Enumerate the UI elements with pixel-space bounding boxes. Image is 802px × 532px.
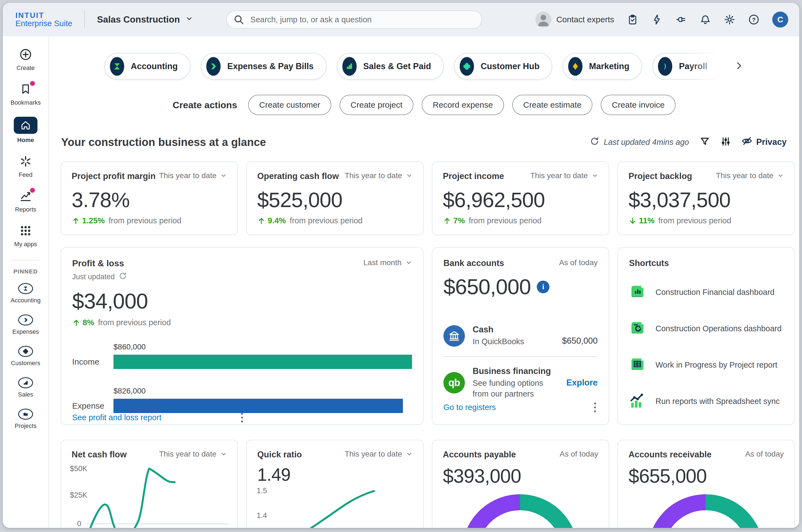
kpi-value: $6,962,500 [443, 188, 598, 212]
cash-account-row[interactable]: Cash In QuickBooks $650,000 [443, 325, 598, 347]
customize-sliders-icon[interactable] [721, 136, 731, 148]
sidebar-label: Bookmarks [11, 99, 41, 106]
brand-line1: INTUIT [15, 12, 72, 19]
quick-actions-bolt-icon[interactable] [651, 14, 663, 25]
sidebar-pinned-projects[interactable]: Projects [15, 408, 36, 430]
sidebar-label: Create [17, 64, 35, 72]
kebab-menu-icon[interactable] [240, 411, 245, 424]
period-selector[interactable]: This year to date [159, 171, 227, 180]
sidebar-pinned-sales[interactable]: Sales [18, 377, 33, 398]
expense-bar-value: $826,000 [113, 386, 412, 395]
refresh-icon[interactable] [590, 137, 599, 148]
expert-avatar [535, 12, 551, 27]
home-icon [14, 117, 37, 134]
kpi-card-project-backlog: Project backlog This year to date $3,037… [617, 162, 795, 235]
as-of-label: As of today [560, 450, 598, 458]
delta-suffix: from previous period [109, 216, 181, 225]
shortcut-spreadsheet-sync[interactable]: Run reports with Spreadsheet sync [629, 392, 783, 410]
topbar-actions: Contact experts ? C [535, 12, 799, 27]
notification-dot [30, 188, 35, 193]
accounting-bowtie-icon [110, 57, 124, 76]
company-selector[interactable]: Salas Construction [97, 14, 193, 25]
contact-experts-label: Contact experts [556, 15, 614, 24]
period-value: This year to date [345, 171, 402, 180]
notifications-bell-icon[interactable] [700, 14, 711, 25]
chip-accounting[interactable]: Accounting [104, 53, 191, 80]
period-selector[interactable]: This year to date [345, 171, 413, 180]
sidebar-item-my-apps[interactable]: My apps [14, 224, 37, 248]
shortcut-operations-dashboard[interactable]: Construction Operations dashboard [629, 319, 783, 338]
just-updated-text: Just updated [72, 272, 115, 281]
arrow-up-icon [72, 217, 80, 225]
sidebar-item-home[interactable]: Home [14, 117, 37, 144]
chip-expenses-pay-bills[interactable]: Expenses & Pay Bills [201, 53, 326, 80]
create-project-button[interactable]: Create project [340, 95, 414, 115]
sidebar-label: Reports [15, 206, 36, 213]
user-avatar[interactable]: C [772, 12, 788, 27]
create-invoice-button[interactable]: Create invoice [601, 95, 675, 115]
sidebar-pinned-accounting[interactable]: Accounting [11, 283, 41, 304]
module-chips-row: Accounting Expenses & Pay Bills Sales & … [49, 53, 799, 80]
card-title: Accounts payable [443, 450, 516, 460]
sidebar-item-create[interactable]: Create [17, 48, 35, 72]
period-selector[interactable]: This year to date [716, 171, 784, 180]
chevron-down-icon [406, 172, 413, 179]
go-to-registers-link[interactable]: Go to registers [443, 403, 496, 412]
create-actions-label: Create actions [173, 100, 237, 110]
explore-link[interactable]: Explore [566, 378, 598, 388]
filter-funnel-icon[interactable] [700, 136, 710, 148]
period-selector[interactable]: This year to date [530, 171, 598, 180]
sidebar-label: My apps [14, 241, 37, 248]
tasks-clipboard-icon[interactable] [627, 14, 638, 25]
marketing-diamond-icon [568, 57, 583, 76]
period-selector[interactable]: This year to date [345, 450, 413, 458]
create-customer-button[interactable]: Create customer [248, 95, 331, 115]
chip-marketing[interactable]: Marketing [563, 53, 642, 80]
arrow-down-icon [629, 217, 637, 225]
record-expense-button[interactable]: Record expense [422, 95, 504, 115]
apps-grid-icon [18, 224, 33, 238]
shortcut-financial-dashboard[interactable]: Construction Financial dashboard [629, 283, 783, 301]
integrations-plug-icon[interactable] [675, 14, 687, 25]
last-updated-text: Last updated 4mins ago [604, 138, 689, 147]
bookmark-icon [18, 82, 33, 96]
chips-scroll-right-icon[interactable] [734, 61, 744, 72]
kpi-delta: 9.4% from previous period [257, 216, 413, 225]
zero-gridline [87, 524, 229, 524]
info-icon[interactable]: i [537, 281, 550, 293]
delta-percent: 11% [639, 216, 654, 225]
pnl-delta: 8% from previous period [72, 318, 412, 327]
topbar-divider [84, 11, 85, 28]
shortcuts-card: Shortcuts Construction Financial dashboa… [617, 247, 795, 425]
kebab-menu-icon[interactable] [592, 401, 598, 414]
accounts-payable-value: $393,000 [443, 465, 598, 487]
shortcut-wip-report[interactable]: Work in Progress by Project report [629, 356, 783, 374]
card-title: Bank accounts [443, 258, 504, 268]
sidebar-item-feed[interactable]: Feed [18, 154, 33, 178]
help-icon[interactable]: ? [748, 14, 760, 25]
period-selector[interactable]: Last month [363, 258, 412, 267]
notification-dot [30, 81, 35, 86]
chart-sync-icon [629, 392, 646, 410]
sidebar-item-bookmarks[interactable]: Bookmarks [11, 82, 41, 106]
search-input[interactable] [226, 11, 482, 28]
contact-experts-button[interactable]: Contact experts [535, 12, 614, 27]
customers-clover-icon [460, 57, 474, 76]
create-estimate-button[interactable]: Create estimate [512, 95, 593, 115]
glance-header: Your construction business at a glance L… [61, 135, 787, 149]
sidebar-pinned-expenses[interactable]: Expenses [13, 315, 39, 336]
sidebar-pinned-customers[interactable]: Customers [11, 346, 40, 367]
eye-off-icon [741, 135, 752, 149]
kpi-card-project-profit-margin: Project profit margin This year to date … [61, 162, 238, 235]
settings-gear-icon[interactable] [724, 14, 736, 25]
chip-sales-get-paid[interactable]: Sales & Get Paid [337, 53, 444, 80]
period-selector[interactable]: This year to date [159, 450, 227, 458]
sidebar-item-reports[interactable]: Reports [15, 189, 36, 213]
cash-title: Cash [473, 325, 524, 335]
as-of-label: As of today [559, 258, 598, 267]
privacy-toggle[interactable]: Privacy [741, 135, 787, 149]
refresh-icon[interactable] [119, 272, 127, 282]
sidebar: Create Bookmarks Home Feed [3, 36, 49, 528]
chip-customer-hub[interactable]: Customer Hub [454, 53, 552, 80]
see-pnl-report-link[interactable]: See profit and loss report [72, 413, 161, 422]
